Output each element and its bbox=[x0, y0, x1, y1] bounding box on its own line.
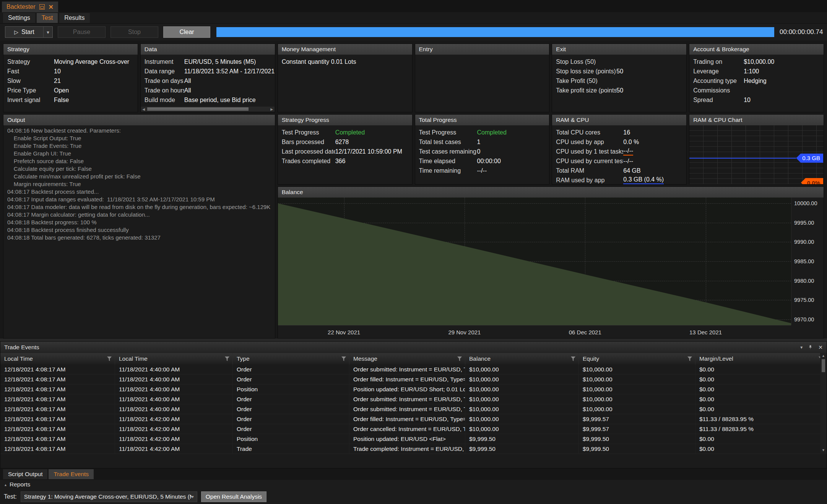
scrollbar-thumb[interactable] bbox=[822, 359, 825, 372]
property-value: --/-- bbox=[623, 158, 633, 165]
cell-margin-level: $0.00 bbox=[695, 444, 827, 454]
cell-equity: $10,000.00 bbox=[579, 365, 695, 374]
panel-menu-icon[interactable]: ▾ bbox=[800, 345, 803, 350]
property-label: Trade on days bbox=[145, 78, 184, 84]
filter-icon[interactable] bbox=[107, 357, 112, 361]
open-result-analysis-button[interactable]: Open Result Analysis bbox=[201, 491, 266, 502]
output-log-line: 04:08:17 Input data ranges evaluated: 11… bbox=[7, 196, 271, 203]
property-value: 0.3 GB (0.4 %) bbox=[623, 176, 664, 184]
scrollbar-thumb[interactable] bbox=[147, 107, 249, 111]
clear-button[interactable]: Clear bbox=[163, 26, 210, 38]
property-row: Trade on hours All bbox=[141, 86, 275, 95]
output-log-line: Enable Graph UI: True bbox=[7, 150, 271, 157]
cell-balance: $9,999.50 bbox=[465, 434, 579, 444]
filter-icon[interactable] bbox=[225, 357, 229, 361]
property-value: False bbox=[54, 97, 69, 104]
panel-close-icon[interactable]: ✕ bbox=[818, 344, 823, 350]
stop-button[interactable]: Stop bbox=[110, 26, 158, 38]
reports-collapsible-header[interactable]: ▴ Reports bbox=[0, 480, 827, 489]
filter-icon[interactable] bbox=[457, 357, 462, 361]
scroll-left-icon[interactable]: ◀ bbox=[141, 107, 146, 111]
cell-balance: $10,000.00 bbox=[465, 384, 579, 394]
property-label: Trades completed bbox=[282, 158, 335, 165]
property-label: CPU used by app bbox=[556, 139, 623, 146]
progress-bar-fill bbox=[216, 27, 774, 37]
tab-settings[interactable]: Settings bbox=[3, 13, 35, 23]
property-label: Trade on hours bbox=[145, 87, 184, 94]
column-header[interactable]: Balance bbox=[465, 353, 579, 365]
trade-events-title: Trade Events bbox=[4, 344, 800, 351]
close-icon[interactable]: ✕ bbox=[49, 3, 54, 11]
property-value: Base period, use Bid price bbox=[184, 97, 256, 104]
chevron-down-icon: ▾ bbox=[192, 494, 194, 499]
pause-button[interactable]: Pause bbox=[58, 26, 106, 38]
cell-type: Order bbox=[233, 404, 349, 414]
tab-backtester[interactable]: Backtester ✕ bbox=[2, 2, 58, 12]
pin-icon[interactable] bbox=[808, 345, 813, 350]
table-row[interactable]: 12/18/2021 4:08:17 AM 11/18/2021 4:40:00… bbox=[0, 394, 827, 404]
y-tick-label: 9970.00 bbox=[794, 316, 814, 322]
balance-area-polygon bbox=[278, 203, 791, 325]
start-button[interactable]: ▷ Start ▾ bbox=[5, 26, 53, 38]
output-log-line: Margin requirements: True bbox=[7, 180, 271, 188]
property-row: Bars processed 6278 bbox=[278, 137, 412, 147]
property-row: CPU used by current test --/-- bbox=[552, 156, 686, 166]
table-row[interactable]: 12/18/2021 4:08:17 AM 11/18/2021 4:40:00… bbox=[0, 374, 827, 384]
horizontal-scrollbar[interactable]: ◀ ▶ bbox=[141, 107, 275, 112]
cell-local-time-1: 12/18/2021 4:08:17 AM bbox=[0, 365, 115, 374]
table-row[interactable]: 12/18/2021 4:08:17 AM 11/18/2021 4:40:00… bbox=[0, 384, 827, 394]
property-label: Total test cases bbox=[419, 139, 477, 146]
strategy-progress-title: Strategy Progress bbox=[278, 115, 412, 125]
table-row[interactable]: 12/18/2021 4:08:17 AM 11/18/2021 4:42:00… bbox=[0, 444, 827, 454]
tab-trade-events[interactable]: Trade Events bbox=[49, 469, 94, 479]
column-header[interactable]: Message bbox=[349, 353, 465, 365]
filter-icon[interactable] bbox=[341, 357, 346, 361]
filter-icon[interactable] bbox=[571, 357, 575, 361]
column-header[interactable]: Type bbox=[233, 353, 349, 365]
table-row[interactable]: 12/18/2021 4:08:17 AM 11/18/2021 4:40:00… bbox=[0, 365, 827, 374]
property-value: --/-- bbox=[623, 147, 633, 156]
cell-local-time-1: 12/18/2021 4:08:17 AM bbox=[0, 374, 115, 384]
strategy-progress-panel: Strategy Progress Test Progress Complete… bbox=[278, 114, 413, 185]
table-row[interactable]: 12/18/2021 4:08:17 AM 11/18/2021 4:40:00… bbox=[0, 404, 827, 414]
table-row[interactable]: 12/18/2021 4:08:17 AM 11/18/2021 4:42:00… bbox=[0, 414, 827, 424]
tab-test[interactable]: Test bbox=[37, 13, 58, 23]
property-value: $10,000.00 bbox=[744, 58, 774, 65]
cell-balance: $10,000.00 bbox=[465, 404, 579, 414]
scroll-down-icon[interactable]: ▼ bbox=[822, 448, 825, 452]
column-header[interactable]: Local Time bbox=[0, 353, 115, 365]
trade-events-header-row: Local Time Local Time Type Message Balan… bbox=[0, 353, 827, 365]
property-label: Invert signal bbox=[7, 97, 54, 104]
scroll-up-icon[interactable]: ▲ bbox=[822, 354, 825, 358]
restore-window-icon[interactable] bbox=[39, 4, 45, 10]
property-value: 11/18/2021 3:52 AM - 12/17/2021 10 bbox=[184, 68, 275, 75]
scroll-right-icon[interactable]: ▶ bbox=[269, 107, 275, 111]
output-log-line: 04:08:17 Data modeler: data will be read… bbox=[7, 203, 271, 211]
column-header[interactable]: Equity bbox=[579, 353, 695, 365]
vertical-scrollbar[interactable]: ▲ ▼ bbox=[820, 353, 827, 453]
start-dropdown-button[interactable]: ▾ bbox=[43, 27, 52, 37]
ram-cpu-chart: 0.3 GB 0.0% bbox=[689, 125, 824, 184]
tab-results[interactable]: Results bbox=[59, 13, 89, 23]
tab-script-output[interactable]: Script Output bbox=[3, 469, 47, 479]
property-row: Total CPU cores 16 bbox=[552, 128, 686, 137]
panel-splitter[interactable] bbox=[0, 339, 827, 341]
column-header[interactable]: Local Time bbox=[115, 353, 233, 365]
ram-usage-flag: 0.3 GB bbox=[796, 154, 823, 163]
property-label: Last processed date bbox=[282, 148, 335, 155]
table-row[interactable]: 12/18/2021 4:08:17 AM 11/18/2021 4:42:00… bbox=[0, 434, 827, 444]
filter-icon[interactable] bbox=[687, 357, 692, 361]
output-log-line: 04:08:18 Backtest process finished succe… bbox=[7, 226, 271, 234]
y-tick-label: 9985.00 bbox=[794, 258, 814, 264]
test-select-dropdown[interactable]: Strategy 1: Moving Average Cross-over, E… bbox=[21, 491, 197, 502]
column-header-label: Local Time bbox=[119, 355, 148, 362]
cell-message: Order filled: Instrument = EUR/USD, Type… bbox=[349, 414, 465, 424]
reports-label: Reports bbox=[10, 481, 30, 488]
property-value: 10 bbox=[744, 97, 751, 104]
cell-local-time-2: 11/18/2021 4:42:00 AM bbox=[115, 434, 233, 444]
property-label: Test Progress bbox=[282, 129, 335, 136]
y-tick-label: 9995.00 bbox=[794, 220, 814, 226]
column-header[interactable]: Margin/Level bbox=[695, 353, 827, 365]
total-progress-title: Total Progress bbox=[415, 115, 549, 125]
table-row[interactable]: 12/18/2021 4:08:17 AM 11/18/2021 4:42:00… bbox=[0, 424, 827, 434]
